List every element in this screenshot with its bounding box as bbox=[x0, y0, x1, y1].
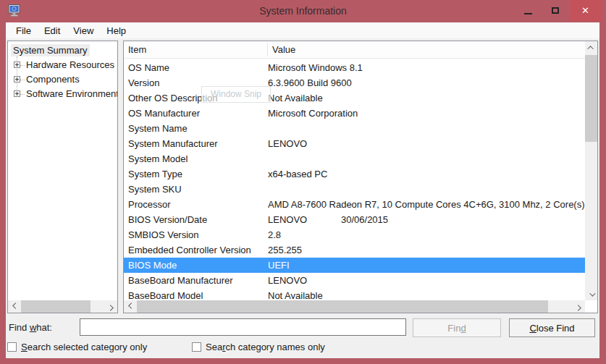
value-cell: Microsoft Windows 8.1 bbox=[268, 60, 585, 75]
value-cell: UEFI bbox=[268, 258, 585, 273]
value-cell: Microsoft Corporation bbox=[268, 106, 585, 121]
item-cell: System Model bbox=[124, 151, 268, 166]
checkbox-search-category-names-only[interactable]: Search category names only bbox=[192, 341, 325, 352]
value-cell: Not Available bbox=[268, 90, 585, 106]
value-cell: 6.3.9600 Build 9600 bbox=[268, 75, 585, 90]
find-button[interactable]: Find bbox=[413, 318, 501, 337]
chevron-down-icon bbox=[589, 290, 595, 296]
list-row-baseboard-manufacturer[interactable]: BaseBoard ManufacturerLENOVO bbox=[124, 273, 585, 288]
menu-item-edit[interactable]: Edit bbox=[38, 24, 67, 38]
item-cell: OS Manufacturer bbox=[124, 106, 268, 121]
checkbox-box[interactable] bbox=[192, 342, 201, 352]
list-row-system-model[interactable]: System Model bbox=[124, 151, 585, 166]
item-cell: BIOS Mode bbox=[124, 258, 268, 273]
scrollbar-thumb[interactable] bbox=[585, 55, 597, 142]
checkbox-search-selected-category-only[interactable]: Search selected category only bbox=[7, 341, 147, 352]
list-row-os-manufacturer[interactable]: OS ManufacturerMicrosoft Corporation bbox=[124, 106, 585, 121]
scroll-right-button[interactable] bbox=[573, 300, 585, 313]
list-row-system-manufacturer[interactable]: System ManufacturerLENOVO bbox=[124, 136, 585, 151]
list-vertical-scrollbar[interactable] bbox=[585, 41, 597, 300]
value-cell: LENOVO bbox=[268, 212, 585, 227]
checkbox-box[interactable] bbox=[7, 342, 17, 352]
menu-item-view[interactable]: View bbox=[67, 24, 100, 38]
scroll-right-button[interactable] bbox=[105, 300, 117, 313]
column-header-value[interactable]: Value bbox=[272, 44, 295, 55]
list-rows: OS NameMicrosoft Windows 8.1Version6.3.9… bbox=[124, 59, 585, 300]
menu-item-file[interactable]: File bbox=[9, 24, 38, 38]
value-cell: AMD A8-7600 Radeon R7, 10 Compute Cores … bbox=[268, 197, 585, 212]
list-row-embedded-controller-version[interactable]: Embedded Controller Version255.255 bbox=[124, 242, 585, 258]
item-cell: Other OS Description bbox=[124, 90, 268, 106]
tree-item-hardware-resources[interactable]: Hardware Resources bbox=[8, 58, 117, 72]
value-cell bbox=[268, 121, 585, 136]
value-cell bbox=[268, 182, 585, 197]
list-row-system-name[interactable]: System Name bbox=[124, 121, 585, 136]
list-row-bios-mode[interactable]: BIOS ModeUEFI bbox=[124, 258, 585, 273]
list-row-processor[interactable]: ProcessorAMD A8-7600 Radeon R7, 10 Compu… bbox=[124, 197, 585, 212]
item-cell: SMBIOS Version bbox=[124, 227, 268, 242]
value-cell: Not Available bbox=[268, 288, 585, 300]
expand-plus-icon[interactable] bbox=[14, 76, 20, 82]
checkbox-label: Search selected category only bbox=[21, 342, 147, 352]
close-find-button[interactable]: Close Find bbox=[509, 318, 595, 337]
chevron-right-icon bbox=[575, 305, 581, 310]
value-cell-secondary: 30/06/2015 bbox=[341, 212, 388, 227]
scroll-left-button[interactable] bbox=[8, 300, 20, 313]
list-row-os-name[interactable]: OS NameMicrosoft Windows 8.1 bbox=[124, 60, 585, 75]
item-cell: System SKU bbox=[124, 182, 268, 197]
maximize-button[interactable] bbox=[542, 0, 569, 21]
list-row-bios-version-date[interactable]: BIOS Version/DateLENOVO30/06/2015 bbox=[124, 212, 585, 227]
item-cell: Embedded Controller Version bbox=[124, 242, 268, 258]
item-cell: System Type bbox=[124, 166, 268, 182]
item-cell: BaseBoard Manufacturer bbox=[124, 273, 268, 288]
item-cell: Processor bbox=[124, 197, 268, 212]
expand-plus-icon[interactable] bbox=[14, 62, 20, 68]
find-input[interactable] bbox=[80, 318, 406, 336]
chevron-up-icon bbox=[587, 46, 593, 51]
value-cell: LENOVO bbox=[268, 136, 585, 151]
category-tree-pane: System SummaryHardware ResourcesComponen… bbox=[7, 41, 118, 313]
expand-plus-icon[interactable] bbox=[14, 90, 20, 97]
list-row-system-type[interactable]: System Typex64-based PC bbox=[124, 166, 585, 182]
tree-item-system-summary[interactable]: System Summary bbox=[8, 43, 117, 58]
list-row-other-os-description[interactable]: Other OS DescriptionNot Available bbox=[124, 90, 585, 106]
item-cell: BaseBoard Model bbox=[124, 288, 268, 300]
item-cell: System Manufacturer bbox=[124, 136, 268, 151]
scrollbar-thumb[interactable] bbox=[137, 300, 548, 313]
column-header-item[interactable]: Item bbox=[128, 44, 146, 55]
list-row-baseboard-model[interactable]: BaseBoard ModelNot Available bbox=[124, 288, 585, 300]
tree-item-label: System Summary bbox=[11, 44, 90, 56]
value-cell: 2.8 bbox=[268, 227, 585, 242]
chevron-right-icon bbox=[107, 305, 113, 310]
tree-item-components[interactable]: Components bbox=[8, 72, 117, 87]
item-cell: OS Name bbox=[124, 60, 268, 75]
scroll-left-button[interactable] bbox=[124, 300, 136, 313]
value-cell: 255.255 bbox=[268, 242, 585, 258]
menu-item-help[interactable]: Help bbox=[100, 24, 132, 38]
find-what-label: Find what: bbox=[9, 322, 52, 333]
item-cell: BIOS Version/Date bbox=[124, 212, 268, 227]
list-row-smbios-version[interactable]: SMBIOS Version2.8 bbox=[124, 227, 585, 242]
minimize-button[interactable] bbox=[514, 0, 542, 21]
list-horizontal-scrollbar[interactable] bbox=[124, 300, 585, 313]
tree-horizontal-scrollbar[interactable] bbox=[8, 300, 117, 313]
checkbox-label: Search category names only bbox=[206, 342, 325, 352]
scrollbar-thumb[interactable] bbox=[21, 300, 91, 313]
titlebar[interactable]: System Information ✕ bbox=[0, 0, 606, 22]
list-row-version[interactable]: Version6.3.9600 Build 9600 bbox=[124, 75, 585, 90]
chevron-left-icon bbox=[128, 302, 134, 308]
system-information-window: System Information ✕ FileEditViewHelp Sy… bbox=[0, 0, 606, 364]
scroll-down-button[interactable] bbox=[585, 288, 597, 300]
details-list-pane: Item Value OS NameMicrosoft Windows 8.1V… bbox=[123, 41, 598, 313]
tree-item-label: Components bbox=[24, 73, 82, 85]
window-controls: ✕ bbox=[514, 0, 602, 21]
list-header: Item Value bbox=[124, 41, 597, 59]
list-row-system-sku[interactable]: System SKU bbox=[124, 182, 585, 197]
chevron-left-icon bbox=[12, 302, 18, 308]
tree-item-software-environment[interactable]: Software Environment bbox=[8, 87, 117, 101]
item-cell: System Name bbox=[124, 121, 268, 136]
close-icon: ✕ bbox=[581, 6, 589, 15]
close-button[interactable]: ✕ bbox=[569, 0, 602, 21]
scroll-up-button[interactable] bbox=[585, 41, 597, 54]
value-cell: x64-based PC bbox=[268, 166, 585, 182]
